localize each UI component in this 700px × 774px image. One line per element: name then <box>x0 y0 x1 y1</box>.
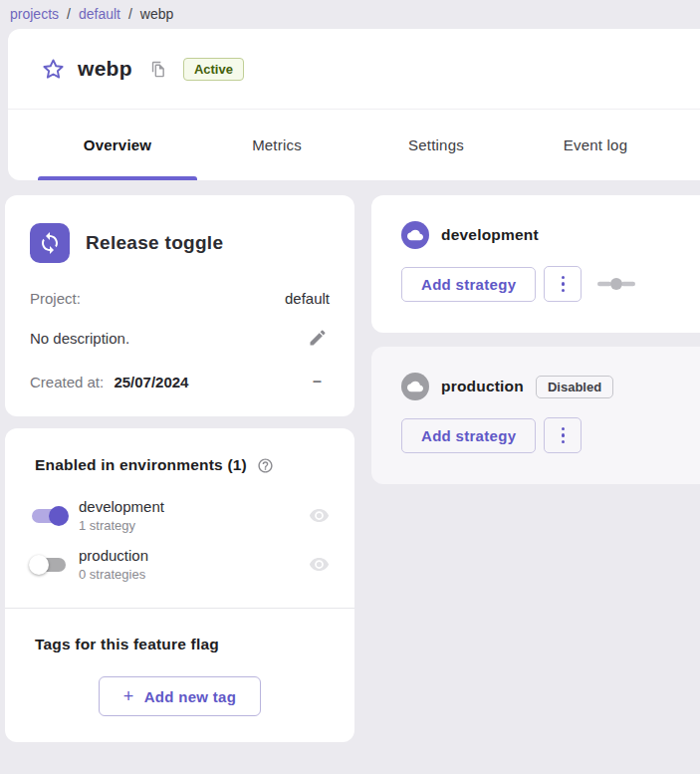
description-row: No description. <box>30 328 330 348</box>
environment-row-development: development 1 strategy <box>29 498 330 533</box>
release-toggle-header: Release toggle <box>30 223 330 263</box>
flag-type-title: Release toggle <box>86 232 223 254</box>
add-new-tag-label: Add new tag <box>144 688 236 705</box>
feature-header-card: webp Active Overview Metrics Settings Ev… <box>8 29 700 180</box>
status-badge: Active <box>183 58 244 81</box>
environment-name: production <box>79 547 148 564</box>
environment-strategy-count: 0 strategies <box>79 567 148 582</box>
project-label: Project: <box>30 290 81 307</box>
visibility-eye-icon[interactable] <box>309 554 330 575</box>
environment-name: development <box>79 498 164 515</box>
tags-title: Tags for this feature flag <box>30 636 330 653</box>
description-text: No description. <box>30 330 129 347</box>
add-new-tag-button[interactable]: + Add new tag <box>99 676 261 716</box>
overview-content: Release toggle Project: default No descr… <box>0 180 700 742</box>
add-strategy-button[interactable]: Add strategy <box>401 418 536 453</box>
enabled-environments-title: Enabled in environments (1) <box>35 456 247 474</box>
feature-tabs: Overview Metrics Settings Event log <box>8 109 700 180</box>
cloud-environment-icon <box>401 373 429 400</box>
feature-flag-title: webp <box>78 57 132 81</box>
project-row: Project: default <box>30 290 330 307</box>
breadcrumb-separator: / <box>67 6 71 22</box>
enabled-environments-section: Enabled in environments (1) development … <box>5 428 354 608</box>
release-toggle-icon <box>30 223 70 263</box>
environment-row-production: production 0 strategies <box>29 547 330 582</box>
tab-metrics[interactable]: Metrics <box>197 110 356 180</box>
favorite-star-icon[interactable] <box>41 57 65 81</box>
tags-section: Tags for this feature flag + Add new tag <box>5 608 354 742</box>
development-toggle[interactable] <box>29 506 69 526</box>
more-actions-icon[interactable] <box>544 266 582 302</box>
tab-event-log[interactable]: Event log <box>516 110 675 180</box>
more-actions-icon[interactable] <box>544 417 582 453</box>
created-label: Created at: <box>30 374 104 390</box>
edit-description-icon[interactable] <box>308 328 330 348</box>
visibility-eye-icon[interactable] <box>309 505 330 526</box>
breadcrumb-current: webp <box>140 6 173 22</box>
collapse-dash: – <box>313 373 330 390</box>
production-environment-panel: production Disabled Add strategy <box>371 347 700 484</box>
release-toggle-card: Release toggle Project: default No descr… <box>5 195 354 416</box>
environment-panel-name: development <box>441 226 539 244</box>
tab-settings[interactable]: Settings <box>356 110 516 180</box>
mini-toggle-icon <box>597 278 635 290</box>
breadcrumb-default-link[interactable]: default <box>79 6 120 22</box>
environment-strategy-count: 1 strategy <box>79 518 164 533</box>
environment-panel-name: production <box>441 378 524 395</box>
feature-title-row: webp Active <box>8 29 700 109</box>
created-row: Created at: 25/07/2024 – <box>30 373 330 390</box>
copy-name-icon[interactable] <box>149 61 166 78</box>
breadcrumb-separator: / <box>128 6 132 22</box>
production-toggle[interactable] <box>29 555 69 575</box>
created-value: 25/07/2024 <box>114 374 188 390</box>
help-icon[interactable] <box>257 457 274 474</box>
disabled-badge: Disabled <box>536 376 613 398</box>
add-strategy-button[interactable]: Add strategy <box>401 267 536 302</box>
breadcrumb: projects / default / webp <box>0 0 700 29</box>
tab-overview[interactable]: Overview <box>38 110 197 180</box>
project-value: default <box>285 290 330 307</box>
left-column: Release toggle Project: default No descr… <box>5 195 354 742</box>
plus-icon: + <box>123 687 134 705</box>
environments-card: Enabled in environments (1) development … <box>5 428 354 742</box>
right-column: development Add strategy <box>371 195 700 484</box>
breadcrumb-projects-link[interactable]: projects <box>10 6 59 22</box>
cloud-environment-icon <box>401 221 429 249</box>
development-environment-panel: development Add strategy <box>371 195 700 333</box>
